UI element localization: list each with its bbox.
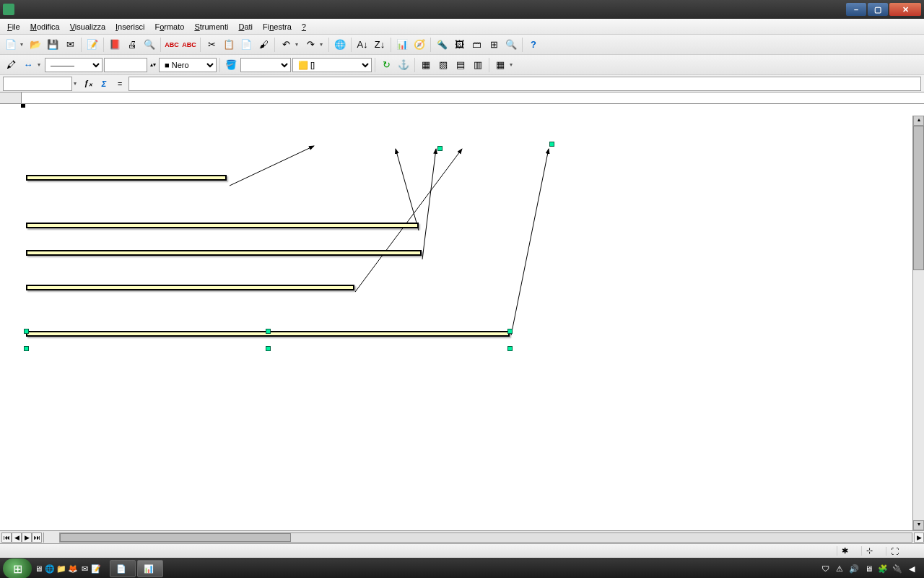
fill-color-select[interactable]: 🟨 []: [292, 58, 372, 72]
paste-icon[interactable]: 📄: [238, 37, 254, 53]
menu-insert[interactable]: Inserisci: [111, 21, 149, 33]
object-handle-2[interactable]: [437, 146, 443, 151]
menu-edit[interactable]: Modifica: [26, 21, 64, 33]
maximize-button[interactable]: ▢: [868, 3, 888, 16]
format-paint-icon[interactable]: 🖌: [256, 37, 271, 53]
function-wizard-icon[interactable]: ƒₓ: [81, 77, 95, 91]
line-width-input[interactable]: [104, 58, 147, 72]
tab-nav-last[interactable]: ⏭: [32, 532, 42, 543]
email-icon[interactable]: ✉: [62, 37, 78, 53]
navigator-icon[interactable]: 🧭: [411, 37, 427, 53]
new-doc-icon[interactable]: 📄: [3, 37, 19, 53]
menu-format[interactable]: Formato: [150, 21, 188, 33]
sort-desc-icon[interactable]: Z↓: [372, 37, 388, 53]
resize-handle-nw[interactable]: [24, 329, 29, 334]
equals-icon[interactable]: =: [113, 77, 127, 91]
cell-area[interactable]: [22, 104, 924, 530]
foreground-icon[interactable]: ▤: [453, 57, 468, 73]
tray-icon-1[interactable]: 🛡: [820, 564, 830, 574]
note-1[interactable]: [26, 175, 227, 181]
select-all-corner[interactable]: [0, 92, 22, 103]
resize-handle-n[interactable]: [266, 329, 271, 334]
new-doc-dropdown[interactable]: ▾: [20, 41, 26, 48]
save-icon[interactable]: 💾: [45, 37, 61, 53]
cut-icon[interactable]: ✂: [204, 37, 219, 53]
menu-tools[interactable]: Strumenti: [190, 21, 232, 33]
redo-dropdown[interactable]: ▾: [320, 41, 326, 48]
cell-ref-dropdown[interactable]: ▾: [74, 80, 79, 87]
tab-nav-prev[interactable]: ◀: [12, 532, 22, 543]
scroll-up-button[interactable]: ▴: [913, 116, 924, 126]
tray-icon-5[interactable]: 🧩: [878, 564, 888, 574]
vertical-scrollbar[interactable]: ▴ ▾: [912, 116, 924, 530]
undo-dropdown[interactable]: ▾: [295, 41, 301, 48]
sort-asc-icon[interactable]: A↓: [354, 37, 370, 53]
tray-icon-6[interactable]: 🔌: [892, 564, 902, 574]
datasource-icon[interactable]: 🗃: [468, 37, 484, 53]
autospell-icon[interactable]: ABC: [181, 37, 197, 53]
gallery-icon[interactable]: 🖼: [451, 37, 467, 53]
scroll-right-button[interactable]: ▶: [914, 532, 924, 543]
tray-expand-icon[interactable]: ◀: [907, 564, 917, 574]
horizontal-scroll-thumb[interactable]: [60, 533, 291, 542]
quick-launch-3[interactable]: 📁: [56, 564, 66, 574]
vertical-scroll-thumb[interactable]: [913, 126, 924, 270]
quick-launch-1[interactable]: 🖥: [33, 564, 43, 574]
find-icon[interactable]: 🔦: [434, 37, 450, 53]
send-back-icon[interactable]: ▧: [435, 57, 451, 73]
formula-input[interactable]: [128, 77, 921, 91]
tray-icon-2[interactable]: ⚠: [834, 564, 845, 574]
tray-icon-3[interactable]: 🔊: [849, 564, 859, 574]
resize-handle-sw[interactable]: [24, 346, 29, 351]
open-icon[interactable]: 📂: [27, 37, 43, 53]
arrow-line-icon[interactable]: ↔: [20, 57, 36, 73]
hyperlink-icon[interactable]: 🌐: [332, 37, 348, 53]
tab-nav-next[interactable]: ▶: [22, 532, 32, 543]
taskbar-item-writer[interactable]: 📄: [110, 560, 136, 577]
menu-help[interactable]: ?: [297, 21, 310, 33]
paintbucket-icon[interactable]: 🖍: [3, 57, 19, 73]
menu-data[interactable]: Dati: [234, 21, 257, 33]
line-style-select[interactable]: ———: [45, 58, 103, 72]
minimize-button[interactable]: –: [846, 3, 866, 16]
menu-window[interactable]: Finestra: [258, 21, 296, 33]
tray-icon-4[interactable]: 🖥: [863, 564, 873, 574]
resize-handle-ne[interactable]: [507, 329, 513, 334]
anchor-icon[interactable]: ⚓: [396, 57, 411, 73]
rotate-icon[interactable]: ↻: [378, 57, 394, 73]
menu-file[interactable]: File: [3, 21, 25, 33]
spellcheck-icon[interactable]: ABC: [164, 37, 180, 53]
resize-handle-s[interactable]: [266, 346, 271, 351]
resize-handle-se[interactable]: [507, 346, 513, 351]
taskbar-item-calc[interactable]: 📊: [137, 560, 163, 577]
scroll-down-button[interactable]: ▾: [913, 520, 924, 530]
chart-icon[interactable]: 📊: [394, 37, 410, 53]
menu-view[interactable]: Visualizza: [66, 21, 110, 33]
quick-launch-4[interactable]: 🦊: [68, 564, 78, 574]
line-width-spinner[interactable]: ▴▾: [149, 57, 157, 73]
pdf-export-icon[interactable]: 📕: [107, 37, 123, 53]
preview-icon[interactable]: 🔍: [141, 37, 157, 53]
object-handle-1[interactable]: [549, 142, 554, 147]
copy-icon[interactable]: 📋: [221, 37, 237, 53]
fill-type-select[interactable]: [240, 58, 291, 72]
undo-icon[interactable]: ↶: [278, 37, 294, 53]
note-2[interactable]: [26, 223, 419, 228]
horizontal-scrollbar[interactable]: [59, 532, 912, 543]
align-icon[interactable]: ▦: [492, 57, 508, 73]
bring-front-icon[interactable]: ▦: [418, 57, 434, 73]
start-button[interactable]: ⊞: [3, 558, 32, 578]
quick-launch-5[interactable]: ✉: [79, 564, 90, 574]
line-color-select[interactable]: ■ Nero: [159, 58, 217, 72]
cell-reference-input[interactable]: [3, 77, 72, 91]
background-icon[interactable]: ▥: [470, 57, 486, 73]
redo-icon[interactable]: ↷: [302, 37, 318, 53]
note-3[interactable]: [26, 250, 422, 256]
quick-launch-6[interactable]: 📝: [91, 564, 101, 574]
edit-icon[interactable]: 📝: [84, 37, 100, 53]
align-dropdown[interactable]: ▾: [510, 61, 515, 68]
arrow-dropdown[interactable]: ▾: [38, 61, 43, 68]
close-button[interactable]: ✕: [889, 3, 921, 16]
help-icon[interactable]: ?: [526, 37, 541, 53]
zoom-icon[interactable]: 🔍: [503, 37, 519, 53]
